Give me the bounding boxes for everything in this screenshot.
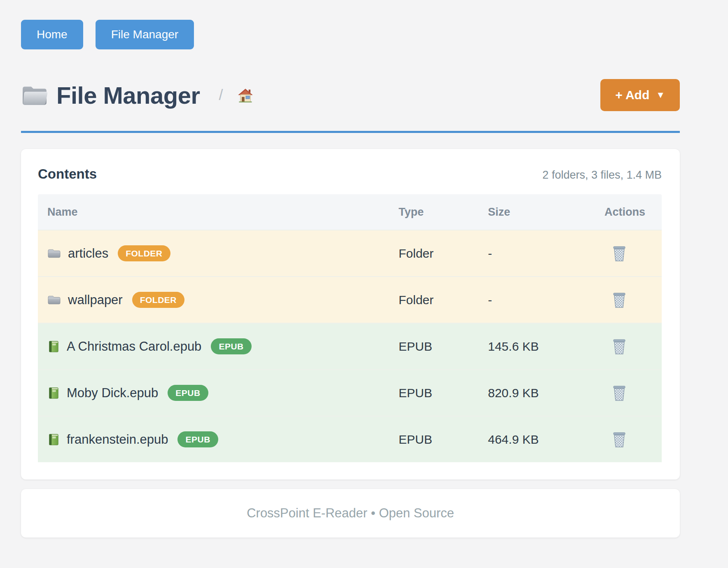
file-name[interactable]: Moby Dick.epub xyxy=(67,386,158,400)
add-button-label: + Add xyxy=(615,89,649,101)
table-row: articles FOLDER Folder - xyxy=(38,230,662,276)
file-name[interactable]: A Christmas Carol.epub xyxy=(67,339,201,354)
type-badge: EPUB xyxy=(168,385,208,401)
page-header: File Manager / + Add ▼ xyxy=(21,79,680,111)
column-header-name: Name xyxy=(38,206,399,219)
name-cell: frankenstein.epub EPUB xyxy=(38,431,399,447)
type-cell: Folder xyxy=(399,247,488,261)
column-header-type: Type xyxy=(399,206,488,219)
delete-button[interactable] xyxy=(612,245,627,262)
green-book-icon xyxy=(47,433,60,446)
size-cell: - xyxy=(488,293,604,307)
type-badge: FOLDER xyxy=(132,292,184,308)
column-header-actions: Actions xyxy=(604,206,662,219)
type-cell: EPUB xyxy=(399,386,488,400)
file-name[interactable]: frankenstein.epub xyxy=(67,432,168,447)
size-cell: - xyxy=(488,247,604,261)
delete-button[interactable] xyxy=(612,431,627,448)
footer-card: CrossPoint E-Reader • Open Source xyxy=(21,489,680,538)
actions-cell xyxy=(604,245,662,262)
delete-button[interactable] xyxy=(612,338,627,355)
actions-cell xyxy=(604,292,662,308)
breadcrumb-separator: / xyxy=(219,86,223,104)
actions-cell xyxy=(604,431,662,448)
actions-cell xyxy=(604,385,662,401)
type-badge: EPUB xyxy=(211,338,251,354)
table-row: wallpaper FOLDER Folder - xyxy=(38,276,662,323)
size-cell: 145.6 KB xyxy=(488,340,604,354)
type-cell: EPUB xyxy=(399,433,488,447)
delete-button[interactable] xyxy=(612,292,627,308)
file-name[interactable]: articles xyxy=(68,246,108,261)
folder-icon xyxy=(47,294,61,306)
open-folder-icon xyxy=(21,84,48,107)
page-container: Home File Manager xyxy=(21,0,680,538)
actions-cell xyxy=(604,338,662,355)
name-cell: Moby Dick.epub EPUB xyxy=(38,385,399,401)
page-title: File Manager xyxy=(56,81,200,109)
home-icon[interactable] xyxy=(237,87,254,103)
name-cell: articles FOLDER xyxy=(38,245,399,261)
table-body: articles FOLDER Folder - xyxy=(38,230,662,462)
file-manager-button[interactable]: File Manager xyxy=(96,20,194,49)
chevron-down-icon: ▼ xyxy=(656,91,665,100)
size-cell: 820.9 KB xyxy=(488,386,604,400)
type-badge: FOLDER xyxy=(118,245,170,261)
card-head: Contents 2 folders, 3 files, 1.4 MB xyxy=(38,166,662,182)
delete-button[interactable] xyxy=(612,385,627,401)
top-nav: Home File Manager xyxy=(21,20,680,49)
column-header-size: Size xyxy=(488,206,604,219)
folder-icon xyxy=(47,248,61,259)
file-name[interactable]: wallpaper xyxy=(68,293,123,307)
type-cell: Folder xyxy=(399,293,488,307)
add-button[interactable]: + Add ▼ xyxy=(600,79,680,111)
contents-heading: Contents xyxy=(38,166,97,182)
contents-card: Contents 2 folders, 3 files, 1.4 MB Name… xyxy=(21,149,680,480)
name-cell: wallpaper FOLDER xyxy=(38,292,399,308)
table-row: frankenstein.epub EPUB EPUB 464.9 KB xyxy=(38,416,662,462)
table-header: Name Type Size Actions xyxy=(38,194,662,230)
green-book-icon xyxy=(47,386,60,400)
footer-text: CrossPoint E-Reader • Open Source xyxy=(247,506,454,521)
file-table: Name Type Size Actions articles FOLDER F… xyxy=(38,194,662,462)
home-button[interactable]: Home xyxy=(21,20,83,49)
header-divider xyxy=(21,131,680,133)
size-cell: 464.9 KB xyxy=(488,433,604,447)
title-group: File Manager / xyxy=(21,81,254,109)
green-book-icon xyxy=(47,340,60,353)
type-cell: EPUB xyxy=(399,340,488,354)
table-row: Moby Dick.epub EPUB EPUB 820.9 KB xyxy=(38,369,662,416)
table-row: A Christmas Carol.epub EPUB EPUB 145.6 K… xyxy=(38,323,662,369)
contents-summary: 2 folders, 3 files, 1.4 MB xyxy=(542,169,662,182)
type-badge: EPUB xyxy=(177,431,218,447)
name-cell: A Christmas Carol.epub EPUB xyxy=(38,338,399,354)
